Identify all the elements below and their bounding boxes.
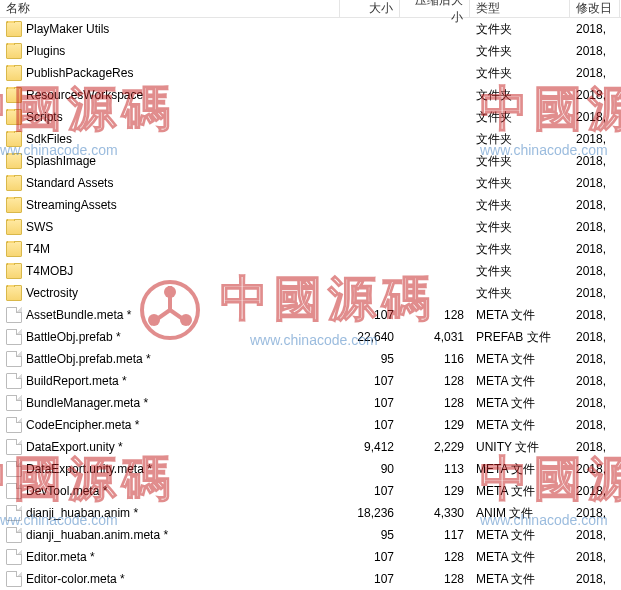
cell-name: T4MOBJ: [0, 263, 340, 279]
file-icon: [6, 527, 22, 543]
table-row[interactable]: Scripts文件夹2018,: [0, 106, 621, 128]
cell-date: 2018,: [570, 484, 620, 498]
file-name-label: dianji_huaban.anim *: [26, 506, 138, 520]
cell-date: 2018,: [570, 440, 620, 454]
folder-icon: [6, 197, 22, 213]
file-name-label: ResourcesWorkspace: [26, 88, 143, 102]
table-row[interactable]: BattleObj.prefab.meta *95116META 文件2018,: [0, 348, 621, 370]
file-list: PlayMaker Utils文件夹2018,Plugins文件夹2018,Pu…: [0, 18, 621, 590]
cell-name: Plugins: [0, 43, 340, 59]
file-name-label: BattleObj.prefab.meta *: [26, 352, 151, 366]
header-modified[interactable]: 修改日: [570, 0, 620, 17]
cell-type: META 文件: [470, 461, 570, 478]
cell-date: 2018,: [570, 22, 620, 36]
table-row[interactable]: ResourcesWorkspace文件夹2018,: [0, 84, 621, 106]
cell-type: ANIM 文件: [470, 505, 570, 522]
file-name-label: dianji_huaban.anim.meta *: [26, 528, 168, 542]
table-row[interactable]: T4MOBJ文件夹2018,: [0, 260, 621, 282]
table-row[interactable]: T4M文件夹2018,: [0, 238, 621, 260]
cell-date: 2018,: [570, 286, 620, 300]
folder-icon: [6, 153, 22, 169]
table-row[interactable]: SdkFiles文件夹2018,: [0, 128, 621, 150]
cell-name: AssetBundle.meta *: [0, 307, 340, 323]
cell-compressed-size: 128: [400, 572, 470, 586]
cell-compressed-size: 129: [400, 484, 470, 498]
table-row[interactable]: DataExport.unity *9,4122,229UNITY 文件2018…: [0, 436, 621, 458]
table-row[interactable]: SWS文件夹2018,: [0, 216, 621, 238]
table-row[interactable]: BundleManager.meta *107128META 文件2018,: [0, 392, 621, 414]
cell-type: 文件夹: [470, 219, 570, 236]
cell-size: 107: [340, 396, 400, 410]
table-row[interactable]: dianji_huaban.anim *18,2364,330ANIM 文件20…: [0, 502, 621, 524]
cell-date: 2018,: [570, 132, 620, 146]
cell-type: META 文件: [470, 373, 570, 390]
cell-name: T4M: [0, 241, 340, 257]
table-row[interactable]: StreamingAssets文件夹2018,: [0, 194, 621, 216]
file-name-label: SWS: [26, 220, 53, 234]
cell-type: META 文件: [470, 417, 570, 434]
cell-name: dianji_huaban.anim *: [0, 505, 340, 521]
cell-type: META 文件: [470, 351, 570, 368]
table-row[interactable]: Standard Assets文件夹2018,: [0, 172, 621, 194]
table-row[interactable]: DevTool.meta *107129META 文件2018,: [0, 480, 621, 502]
table-row[interactable]: Plugins文件夹2018,: [0, 40, 621, 62]
header-type[interactable]: 类型: [470, 0, 570, 17]
cell-date: 2018,: [570, 198, 620, 212]
cell-compressed-size: 129: [400, 418, 470, 432]
file-name-label: PublishPackageRes: [26, 66, 133, 80]
cell-date: 2018,: [570, 418, 620, 432]
cell-date: 2018,: [570, 506, 620, 520]
table-row[interactable]: PublishPackageRes文件夹2018,: [0, 62, 621, 84]
table-row[interactable]: AssetBundle.meta *107128META 文件2018,: [0, 304, 621, 326]
cell-date: 2018,: [570, 242, 620, 256]
table-row[interactable]: CodeEncipher.meta *107129META 文件2018,: [0, 414, 621, 436]
cell-name: ResourcesWorkspace: [0, 87, 340, 103]
header-compressed-size[interactable]: 压缩后大小: [400, 0, 470, 17]
cell-size: 22,640: [340, 330, 400, 344]
folder-icon: [6, 131, 22, 147]
cell-type: 文件夹: [470, 131, 570, 148]
cell-size: 95: [340, 352, 400, 366]
folder-icon: [6, 285, 22, 301]
file-icon: [6, 571, 22, 587]
cell-date: 2018,: [570, 352, 620, 366]
header-name[interactable]: 名称: [0, 0, 340, 17]
folder-icon: [6, 87, 22, 103]
file-icon: [6, 483, 22, 499]
cell-name: CodeEncipher.meta *: [0, 417, 340, 433]
table-row[interactable]: dianji_huaban.anim.meta *95117META 文件201…: [0, 524, 621, 546]
file-name-label: SdkFiles: [26, 132, 72, 146]
cell-compressed-size: 128: [400, 308, 470, 322]
table-row[interactable]: DataExport.unity.meta *90113META 文件2018,: [0, 458, 621, 480]
folder-icon: [6, 65, 22, 81]
file-name-label: Plugins: [26, 44, 65, 58]
cell-date: 2018,: [570, 462, 620, 476]
table-row[interactable]: Editor-color.meta *107128META 文件2018,: [0, 568, 621, 590]
cell-name: SplashImage: [0, 153, 340, 169]
cell-type: 文件夹: [470, 241, 570, 258]
table-row[interactable]: Editor.meta *107128META 文件2018,: [0, 546, 621, 568]
file-name-label: AssetBundle.meta *: [26, 308, 131, 322]
cell-type: 文件夹: [470, 87, 570, 104]
cell-compressed-size: 116: [400, 352, 470, 366]
cell-compressed-size: 4,031: [400, 330, 470, 344]
cell-compressed-size: 128: [400, 374, 470, 388]
cell-type: 文件夹: [470, 175, 570, 192]
header-size[interactable]: 大小: [340, 0, 400, 17]
cell-name: PlayMaker Utils: [0, 21, 340, 37]
table-row[interactable]: BattleObj.prefab *22,6404,031PREFAB 文件20…: [0, 326, 621, 348]
table-row[interactable]: BuildReport.meta *107128META 文件2018,: [0, 370, 621, 392]
file-name-label: Editor-color.meta *: [26, 572, 125, 586]
table-row[interactable]: PlayMaker Utils文件夹2018,: [0, 18, 621, 40]
cell-name: Editor.meta *: [0, 549, 340, 565]
cell-name: DataExport.unity.meta *: [0, 461, 340, 477]
table-row[interactable]: Vectrosity文件夹2018,: [0, 282, 621, 304]
cell-name: DevTool.meta *: [0, 483, 340, 499]
cell-name: Scripts: [0, 109, 340, 125]
cell-date: 2018,: [570, 110, 620, 124]
cell-compressed-size: 128: [400, 396, 470, 410]
cell-type: META 文件: [470, 483, 570, 500]
folder-icon: [6, 219, 22, 235]
file-name-label: BundleManager.meta *: [26, 396, 148, 410]
table-row[interactable]: SplashImage文件夹2018,: [0, 150, 621, 172]
